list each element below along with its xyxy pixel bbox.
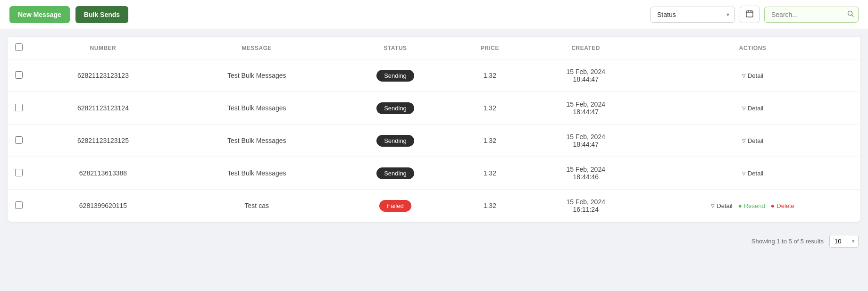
row-checkbox[interactable] [15,169,23,176]
detail-link[interactable]: ▽ Detail [742,72,763,79]
cell-status: Sending [338,125,453,157]
column-message: MESSAGE [176,37,338,59]
row-checkbox-cell [8,190,30,222]
top-bar: New Message Bulk Sends Status All Sendin… [0,0,868,29]
row-checkbox-cell [8,59,30,92]
status-badge: Sending [376,70,414,82]
row-checkbox[interactable] [15,136,23,144]
cell-message: Test Bulk Messages [176,125,338,157]
new-message-button[interactable]: New Message [9,6,70,23]
cell-status: Sending [338,92,453,125]
table-row: 62821123123124Test Bulk MessagesSending1… [8,92,860,125]
cell-actions: ▽ Detail [645,92,860,125]
row-checkbox[interactable] [15,104,23,111]
detail-triangle-icon: ▽ [742,171,746,176]
cell-number: 62821123123124 [30,92,176,125]
cell-number: 6282113613388 [30,157,176,190]
table-row: 62821123123123Test Bulk MessagesSending1… [8,59,860,92]
detail-triangle-icon: ▽ [742,73,746,78]
row-checkbox-cell [8,157,30,190]
messages-table-container: NUMBER MESSAGE STATUS PRICE CREATED ACTI… [8,37,860,222]
cell-created: 15 Feb, 202418:44:47 [526,125,645,157]
cell-status: Sending [338,157,453,190]
select-all-checkbox[interactable] [15,43,23,51]
detail-triangle-icon: ▽ [742,138,746,143]
status-badge: Sending [376,167,414,179]
cell-price: 1.32 [453,157,526,190]
status-filter-wrapper: Status All Sending Failed Delivered ▾ [650,7,735,23]
cell-number: 6281399620115 [30,190,176,222]
cell-created: 15 Feb, 202416:11:24 [526,190,645,222]
table-header: NUMBER MESSAGE STATUS PRICE CREATED ACTI… [8,37,860,59]
calendar-icon [746,10,753,19]
calendar-button[interactable] [740,6,760,23]
cell-status: Sending [338,59,453,92]
detail-link[interactable]: ▽ Detail [742,105,763,112]
cell-status: Failed [338,190,453,222]
column-number: NUMBER [30,37,176,59]
cell-price: 1.32 [453,59,526,92]
column-created: CREATED [526,37,645,59]
column-price: PRICE [453,37,526,59]
row-checkbox-cell [8,125,30,157]
cell-price: 1.32 [453,92,526,125]
cell-message: Test cas [176,190,338,222]
cell-created: 15 Feb, 202418:44:46 [526,157,645,190]
column-actions: ACTIONS [645,37,860,59]
cell-actions: ▽ Detail [645,125,860,157]
resend-icon: ● [738,202,742,209]
row-checkbox[interactable] [15,71,23,79]
status-badge: Sending [376,135,414,147]
status-badge: Failed [379,200,411,212]
messages-table: NUMBER MESSAGE STATUS PRICE CREATED ACTI… [8,37,860,222]
detail-triangle-icon: ▽ [742,106,746,111]
footer-bar: Showing 1 to 5 of 5 results 10 25 50 100… [0,229,868,253]
delete-button[interactable]: ● Delete [771,202,794,209]
showing-text: Showing 1 to 5 of 5 results [751,238,824,245]
detail-link[interactable]: ▽ Detail [711,202,732,209]
column-status: STATUS [338,37,453,59]
cell-actions: ▽ Detail● Resend● Delete [645,190,860,222]
cell-actions: ▽ Detail [645,59,860,92]
table-row: 62821123123125Test Bulk MessagesSending1… [8,125,860,157]
cell-price: 1.32 [453,125,526,157]
detail-link[interactable]: ▽ Detail [742,137,763,144]
cell-number: 62821123123125 [30,125,176,157]
bulk-sends-button[interactable]: Bulk Sends [75,6,128,23]
detail-triangle-icon: ▽ [711,203,715,208]
table-body: 62821123123123Test Bulk MessagesSending1… [8,59,860,222]
status-badge: Sending [376,102,414,114]
cell-created: 15 Feb, 202418:44:47 [526,59,645,92]
row-checkbox[interactable] [15,201,23,209]
resend-button[interactable]: ● Resend [738,202,765,209]
cell-message: Test Bulk Messages [176,92,338,125]
svg-rect-0 [746,11,753,17]
header-checkbox-cell [8,37,30,59]
cell-actions: ▽ Detail [645,157,860,190]
row-checkbox-cell [8,92,30,125]
table-row: 6282113613388Test Bulk MessagesSending1.… [8,157,860,190]
cell-created: 15 Feb, 202418:44:47 [526,92,645,125]
delete-icon: ● [771,202,775,209]
cell-price: 1.32 [453,190,526,222]
table-row: 6281399620115Test casFailed1.3215 Feb, 2… [8,190,860,222]
detail-link[interactable]: ▽ Detail [742,170,763,177]
cell-number: 62821123123123 [30,59,176,92]
per-page-wrapper: 10 25 50 100 ▾ [829,235,859,248]
cell-message: Test Bulk Messages [176,59,338,92]
status-select[interactable]: Status All Sending Failed Delivered [650,7,735,23]
per-page-select[interactable]: 10 25 50 100 [829,235,859,248]
cell-message: Test Bulk Messages [176,157,338,190]
top-bar-right: Status All Sending Failed Delivered ▾ [650,6,859,23]
search-input[interactable] [764,7,859,23]
search-wrapper [764,7,859,23]
